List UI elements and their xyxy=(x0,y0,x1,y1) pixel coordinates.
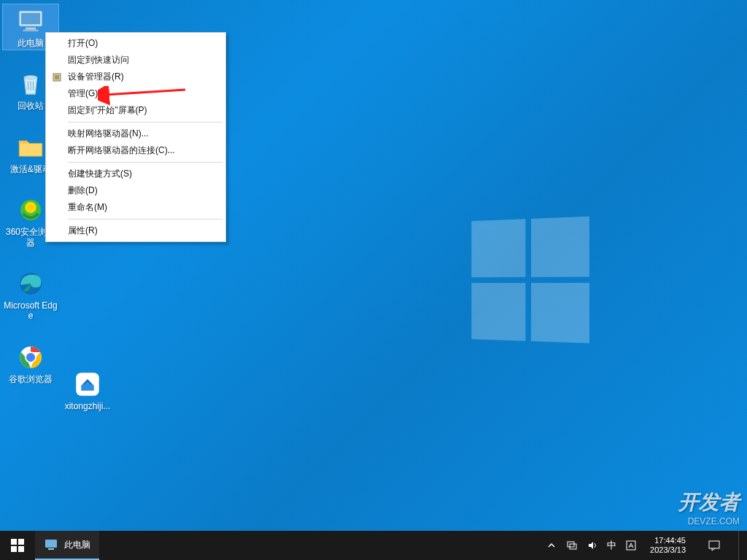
360-icon xyxy=(15,195,46,225)
desktop-icon-xitongzhiji[interactable]: xitongzhiji... xyxy=(60,368,115,413)
menu-item-create-shortcut[interactable]: 创建快捷方式(S) xyxy=(47,166,224,182)
desktop-icon-label: 谷歌浏览器 xyxy=(9,374,53,384)
svg-rect-19 xyxy=(45,540,57,548)
menu-item-disconnect-drive[interactable]: 断开网络驱动器的连接(C)... xyxy=(47,142,224,159)
desktop-icon-label: Microsoft Edge xyxy=(4,300,58,322)
app-icon xyxy=(72,369,103,400)
desktop-icon-chrome[interactable]: 谷歌浏览器 xyxy=(3,341,58,386)
svg-rect-3 xyxy=(23,29,39,31)
taskbar-task-this-pc[interactable]: 此电脑 xyxy=(35,531,99,560)
computer-icon xyxy=(15,6,46,36)
tray-chevron-up-icon[interactable] xyxy=(546,540,557,551)
menu-separator xyxy=(68,162,222,163)
menu-item-pin-start[interactable]: 固定到"开始"屏幕(P) xyxy=(47,102,224,119)
svg-rect-13 xyxy=(55,75,59,79)
svg-rect-1 xyxy=(21,13,40,25)
folder-icon xyxy=(15,132,46,163)
task-label: 此电脑 xyxy=(64,539,90,551)
svg-rect-24 xyxy=(709,541,719,548)
tray-clock[interactable]: 17:44:45 2023/3/13 xyxy=(646,536,690,555)
chrome-icon xyxy=(15,342,46,373)
taskbar: 此电脑 中 17:44:45 2023/3/13 xyxy=(0,531,747,560)
tray-date: 2023/3/13 xyxy=(650,545,686,555)
menu-separator xyxy=(68,219,222,219)
show-desktop-button[interactable] xyxy=(738,531,743,560)
svg-rect-20 xyxy=(48,548,54,550)
tray-time: 17:44:45 xyxy=(650,536,686,545)
menu-item-pin-quick[interactable]: 固定到快速访问 xyxy=(47,52,224,69)
svg-rect-15 xyxy=(11,539,17,545)
tray-ime-mode-icon[interactable] xyxy=(625,540,637,551)
menu-item-map-drive[interactable]: 映射网络驱动器(N)... xyxy=(47,125,224,142)
recycle-bin-icon xyxy=(15,69,46,99)
svg-rect-17 xyxy=(11,546,17,552)
menu-item-delete[interactable]: 删除(D) xyxy=(47,182,224,199)
desktop-icon-label: 此电脑 xyxy=(18,38,44,48)
menu-separator xyxy=(68,122,222,122)
tray-volume-icon[interactable] xyxy=(587,540,598,551)
svg-point-4 xyxy=(24,76,37,79)
menu-item-device-manager[interactable]: 设备管理器(R) xyxy=(47,69,224,85)
svg-rect-2 xyxy=(26,28,36,30)
context-menu: 打开(O) 固定到快速访问 设备管理器(R) 管理(G) 固定到"开始"屏幕(P… xyxy=(45,32,226,242)
tray-network-icon[interactable] xyxy=(566,540,578,551)
edge-icon xyxy=(15,268,46,299)
tray-ime-indicator[interactable]: 中 xyxy=(607,540,616,551)
desktop-icon-label: 回收站 xyxy=(18,101,44,111)
desktop-icon-edge[interactable]: Microsoft Edge xyxy=(3,267,58,323)
menu-item-properties[interactable]: 属性(R) xyxy=(47,222,224,239)
desktop[interactable]: 此电脑 回收站 激活&驱动 360安全浏览器 M xyxy=(0,0,747,531)
svg-point-6 xyxy=(25,202,36,214)
computer-icon xyxy=(44,537,58,552)
windows-start-icon xyxy=(11,539,24,552)
svg-rect-16 xyxy=(18,539,24,545)
menu-item-manage[interactable]: 管理(G) xyxy=(47,85,224,102)
svg-rect-18 xyxy=(18,546,24,552)
system-tray: 中 17:44:45 2023/3/13 xyxy=(541,531,747,560)
tray-notifications[interactable] xyxy=(699,531,729,560)
svg-rect-23 xyxy=(627,541,635,550)
start-button[interactable] xyxy=(0,531,35,560)
menu-item-open[interactable]: 打开(O) xyxy=(47,35,224,52)
menu-item-rename[interactable]: 重命名(M) xyxy=(47,199,224,216)
desktop-icon-label: xitongzhiji... xyxy=(65,401,111,411)
chip-icon xyxy=(50,71,63,84)
